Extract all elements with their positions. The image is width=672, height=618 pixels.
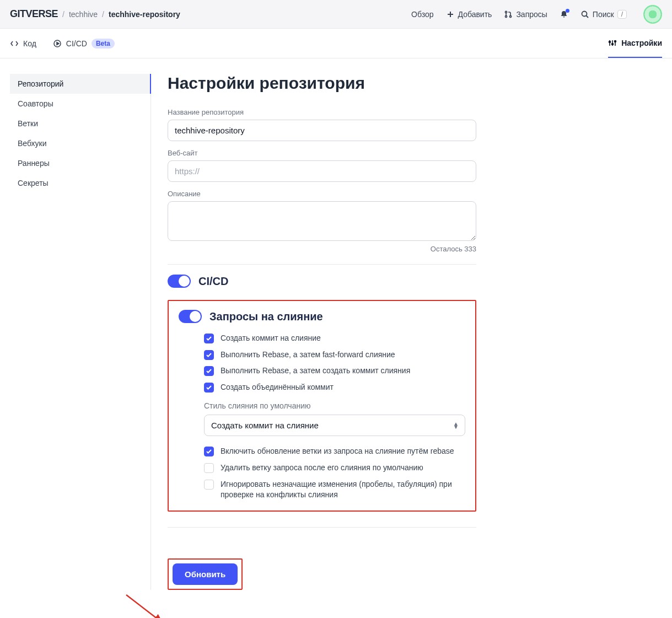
svg-point-5 xyxy=(609,41,611,42)
tab-cicd-label: CI/CD xyxy=(66,39,87,48)
svg-point-3 xyxy=(582,11,587,16)
chk-merge-commit-label: Создать коммит на слияние xyxy=(221,333,321,344)
nav-requests-label: Запросы xyxy=(516,10,547,19)
chk-ignore-whitespace-label: Игнорировать незначащие изменения (пробе… xyxy=(221,479,465,501)
search-icon xyxy=(580,10,589,19)
svg-point-0 xyxy=(506,11,507,13)
update-button-highlight: Обновить xyxy=(168,558,243,590)
chk-allow-rebase-update-label: Включить обновление ветки из запроса на … xyxy=(221,446,454,457)
plus-icon xyxy=(446,10,455,19)
play-circle-icon xyxy=(53,39,62,48)
sidebar-item-runners[interactable]: Раннеры xyxy=(10,153,150,173)
tab-code-label: Код xyxy=(23,39,36,48)
main-content: Настройки репозитория Название репозитор… xyxy=(168,74,476,590)
beta-badge: Beta xyxy=(92,39,115,49)
repo-tabs: Код CI/CD Beta Настройки xyxy=(0,29,672,58)
repo-name-input[interactable] xyxy=(168,120,476,141)
sidebar-item-secrets[interactable]: Секреты xyxy=(10,173,150,193)
website-label: Веб-сайт xyxy=(168,149,476,157)
chars-remaining: Осталось 333 xyxy=(168,245,476,253)
tab-settings-label: Настройки xyxy=(621,39,662,47)
cicd-toggle-label: CI/CD xyxy=(198,275,228,288)
tab-cicd[interactable]: CI/CD Beta xyxy=(53,29,115,58)
chk-ignore-whitespace[interactable] xyxy=(204,480,214,490)
logo[interactable]: GITVERSE xyxy=(10,8,58,20)
topbar: GITVERSE / techhive / techhive-repositor… xyxy=(0,0,672,29)
breadcrumb-owner[interactable]: techhive xyxy=(69,10,98,19)
nav-add[interactable]: Добавить xyxy=(446,10,492,19)
default-style-label: Стиль слияния по умолчанию xyxy=(204,401,465,410)
merge-toggle-label: Запросы на слияние xyxy=(209,310,323,323)
settings-sidebar: Репозиторий Соавторы Ветки Вебхуки Ранне… xyxy=(10,74,151,590)
merge-toggle-row: Запросы на слияние xyxy=(179,310,465,323)
default-style-select[interactable] xyxy=(204,415,465,436)
chk-delete-branch-label: Удалить ветку запроса после его слияния … xyxy=(221,463,423,474)
sidebar-item-coauthors[interactable]: Соавторы xyxy=(10,94,150,114)
merge-toggle[interactable] xyxy=(179,310,202,323)
pull-request-icon xyxy=(504,10,513,19)
sidebar-item-repo[interactable]: Репозиторий xyxy=(10,74,150,94)
avatar[interactable] xyxy=(643,5,662,24)
chk-squash-label: Создать объединённый коммит xyxy=(221,382,334,393)
select-arrows-icon: ▲▼ xyxy=(453,422,459,429)
sidebar-item-webhooks[interactable]: Вебхуки xyxy=(10,133,150,153)
update-button[interactable]: Обновить xyxy=(173,563,238,585)
chk-allow-rebase-update[interactable] xyxy=(204,447,214,456)
search-button[interactable]: Поиск / xyxy=(580,10,627,19)
chk-rebase-commit-label: Выполнить Rebase, а затем создать коммит… xyxy=(221,366,410,377)
svg-point-1 xyxy=(506,15,507,17)
sliders-icon xyxy=(608,39,617,47)
search-kbd: / xyxy=(617,10,627,19)
chk-squash[interactable] xyxy=(204,383,214,393)
page-title: Настройки репозитория xyxy=(168,74,476,93)
divider xyxy=(168,527,476,528)
cicd-toggle-row: CI/CD xyxy=(168,275,476,288)
chk-rebase-commit[interactable] xyxy=(204,366,214,376)
merge-section-highlight: Запросы на слияние Создать коммит на сли… xyxy=(168,300,476,512)
cicd-toggle[interactable] xyxy=(168,275,191,288)
tab-settings[interactable]: Настройки xyxy=(608,29,662,58)
svg-point-2 xyxy=(510,15,512,17)
search-label: Поиск xyxy=(593,10,614,19)
notification-dot xyxy=(566,9,569,13)
topbar-right: Обзор Добавить Запросы Поиск / xyxy=(411,5,662,24)
tab-code[interactable]: Код xyxy=(10,29,36,58)
breadcrumb-sep: / xyxy=(62,10,64,19)
chk-merge-commit[interactable] xyxy=(204,334,214,343)
divider xyxy=(168,264,476,265)
nav-requests[interactable]: Запросы xyxy=(504,10,547,19)
description-label: Описание xyxy=(168,190,476,198)
svg-point-7 xyxy=(615,40,616,42)
nav-add-label: Добавить xyxy=(458,10,492,19)
website-input[interactable] xyxy=(168,160,476,182)
chk-rebase-ff[interactable] xyxy=(204,350,214,360)
notifications-button[interactable] xyxy=(560,10,568,19)
description-textarea[interactable] xyxy=(168,201,476,241)
svg-point-6 xyxy=(612,43,614,45)
chk-rebase-ff-label: Выполнить Rebase, а затем fast-forward с… xyxy=(221,350,395,361)
code-icon xyxy=(10,39,19,48)
arrow-annotation xyxy=(123,592,173,618)
sidebar-item-branches[interactable]: Ветки xyxy=(10,114,150,133)
repo-name-label: Название репозитория xyxy=(168,108,476,116)
breadcrumb-sep: / xyxy=(102,10,104,19)
chk-delete-branch[interactable] xyxy=(204,463,214,473)
nav-overview[interactable]: Обзор xyxy=(411,10,433,19)
breadcrumb-repo[interactable]: techhive-repository xyxy=(109,10,180,19)
